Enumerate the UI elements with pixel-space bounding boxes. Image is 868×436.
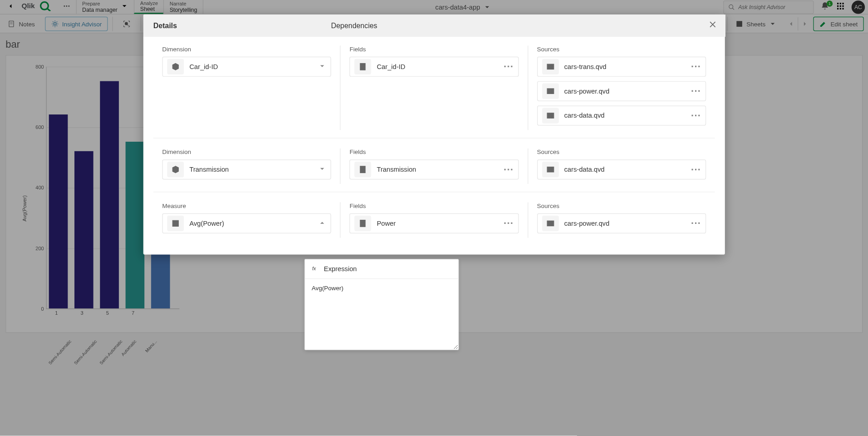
item-more-button[interactable]: ··· xyxy=(503,61,513,73)
dimension-item[interactable]: Car_id-ID xyxy=(162,57,331,77)
modal-overlay[interactable]: Details Dependencies DimensionCar_id-IDF… xyxy=(0,0,868,436)
source-item[interactable]: cars-power.qvd··· xyxy=(537,213,706,233)
field-icon xyxy=(355,216,371,231)
svg-rect-36 xyxy=(547,89,554,94)
column-header-dimension: Dimension xyxy=(162,149,331,155)
item-label: Transmission xyxy=(189,166,318,173)
field-icon xyxy=(355,59,371,74)
item-more-button[interactable]: ··· xyxy=(691,61,701,73)
svg-text:fx: fx xyxy=(312,266,316,271)
item-more-button[interactable]: ··· xyxy=(503,164,513,175)
cube-icon xyxy=(167,59,184,74)
item-label: cars-data.qvd xyxy=(564,112,691,119)
column-header-fields: Fields xyxy=(350,202,518,209)
dialog-title-dependencies: Dependencies xyxy=(331,21,377,30)
table-icon xyxy=(542,59,559,74)
source-item[interactable]: cars-power.qvd··· xyxy=(537,81,706,101)
dimension-item[interactable]: Transmission xyxy=(162,159,331,179)
column-header-fields: Fields xyxy=(350,45,518,52)
field-item[interactable]: Transmission··· xyxy=(350,159,518,179)
column-header-sources: Sources xyxy=(537,202,706,209)
expand-toggle[interactable] xyxy=(319,61,326,73)
column-header-dimension: Dimension xyxy=(162,45,331,52)
measure-icon xyxy=(167,216,184,231)
item-label: cars-power.qvd xyxy=(564,219,691,227)
svg-rect-57 xyxy=(547,221,554,226)
source-item[interactable]: cars-data.qvd··· xyxy=(537,105,706,125)
item-label: Car_id-ID xyxy=(377,63,503,70)
column-header-sources: Sources xyxy=(537,45,706,52)
fx-icon: fx xyxy=(311,265,319,273)
dialog-title-details: Details xyxy=(153,21,331,30)
item-label: Transmission xyxy=(377,166,503,173)
item-label: cars-data.qvd xyxy=(564,166,691,173)
svg-rect-40 xyxy=(547,113,554,118)
svg-rect-32 xyxy=(547,64,554,69)
expand-toggle[interactable] xyxy=(319,218,326,229)
item-label: Power xyxy=(377,219,503,227)
table-icon xyxy=(542,108,559,123)
close-icon xyxy=(708,20,717,29)
field-item[interactable]: Power··· xyxy=(350,213,518,233)
expand-toggle[interactable] xyxy=(319,164,326,175)
field-icon xyxy=(355,162,371,177)
field-item[interactable]: Car_id-ID··· xyxy=(350,57,518,77)
column-header-fields: Fields xyxy=(350,149,518,155)
source-item[interactable]: cars-trans.qvd··· xyxy=(537,57,706,77)
dialog-body: DimensionCar_id-IDFieldsCar_id-ID···Sour… xyxy=(143,37,725,255)
measure-item[interactable]: Avg(Power) xyxy=(162,213,331,233)
item-more-button[interactable]: ··· xyxy=(691,164,701,175)
expression-popover-title: Expression xyxy=(324,265,357,273)
column-header-measure: Measure xyxy=(162,202,331,209)
expression-text[interactable]: Avg(Power) xyxy=(305,278,459,350)
table-icon xyxy=(542,216,559,231)
item-label: Car_id-ID xyxy=(189,63,318,70)
item-more-button[interactable]: ··· xyxy=(691,110,701,122)
dialog-close-button[interactable] xyxy=(708,20,717,31)
item-label: cars-power.qvd xyxy=(564,87,691,95)
table-icon xyxy=(542,162,559,177)
svg-rect-48 xyxy=(547,167,554,172)
details-dialog: Details Dependencies DimensionCar_id-IDF… xyxy=(143,15,725,255)
cube-icon xyxy=(167,162,184,177)
item-label: Avg(Power) xyxy=(189,219,318,227)
item-label: cars-trans.qvd xyxy=(564,63,691,70)
expression-popover: fx Expression Avg(Power) xyxy=(305,259,459,350)
item-more-button[interactable]: ··· xyxy=(691,85,701,97)
source-item[interactable]: cars-data.qvd··· xyxy=(537,159,706,179)
table-icon xyxy=(542,84,559,99)
item-more-button[interactable]: ··· xyxy=(691,218,701,229)
column-header-sources: Sources xyxy=(537,149,706,155)
item-more-button[interactable]: ··· xyxy=(503,218,513,229)
